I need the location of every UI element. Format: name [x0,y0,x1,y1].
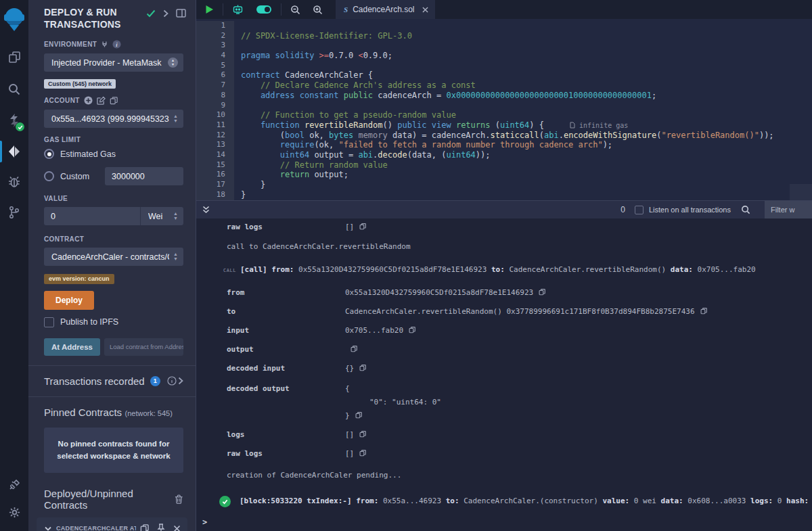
editor-scrollbar[interactable] [790,184,812,200]
zoom-out-icon[interactable] [284,0,307,19]
terminal-row: logs[] [196,425,812,444]
copy-account-icon[interactable] [110,96,118,105]
at-address-button[interactable]: At Address [44,338,100,356]
code-line: function revertibleRandom() public view … [234,120,812,131]
terminal-filter-input[interactable]: Filter w [765,201,812,219]
custom-gas-input[interactable]: 3000000 [105,167,183,185]
pin-contract-icon[interactable] [157,524,165,531]
line-number: 4 [196,51,234,61]
line-number: 3 [196,41,234,51]
estimated-gas-radio[interactable] [44,149,54,159]
publish-ipfs-label: Publish to IPFS [60,317,118,327]
code-line: contract CadenceArchCaler { [234,70,812,80]
code-line: // Declare Cadence Arch's address as a c… [234,80,812,91]
ai-copilot-toggle[interactable] [250,0,278,19]
copy-icon[interactable] [359,223,366,230]
at-address-input[interactable]: Load contract from Addres [104,338,183,356]
plugin-manager-icon[interactable] [0,471,28,499]
line-number: 14 [196,150,234,160]
listen-all-transactions-checkbox[interactable] [635,206,644,214]
copy-icon[interactable] [700,307,707,315]
terminal-key: logs [227,425,345,444]
value-unit-select[interactable]: Wei ▲▼ [140,207,183,225]
deployed-contract-title: CADENCEARCHCALER AT 0X [56,525,136,531]
custom-gas-radio[interactable] [44,171,54,181]
close-tab-icon[interactable] [422,7,428,13]
line-number: 17 [196,180,234,190]
git-icon[interactable] [0,199,28,226]
line-number: 16 [196,170,234,180]
transactions-recorded-label: Transactions recorded [44,375,145,387]
value-input[interactable]: 0 [44,207,140,225]
copy-icon[interactable] [355,411,362,419]
main-area: S CadenceArch.sol 1234567891011121314151… [196,0,812,531]
contract-select[interactable]: CadenceArchCaler - contracts/Cac ▲▼ [44,248,183,266]
transactions-expand-icon[interactable] [178,377,183,385]
active-plugin-indicator [0,141,2,162]
publish-ipfs-checkbox[interactable] [44,317,54,327]
tab-cadencearch-sol[interactable]: S CadenceArch.sol [336,0,435,19]
terminal-row: from0x55a1320D432759960C5Df0215a8dF78e1E… [196,283,812,302]
copy-icon[interactable] [359,364,366,371]
remix-logo-icon[interactable] [0,3,28,35]
line-number: 9 [196,101,234,111]
deploy-run-panel: DEPLOY & RUN TRANSACTIONS ENVIRONMENT i … [28,0,196,531]
terminal-key: input [227,321,345,340]
terminal-prompt[interactable]: > [202,517,207,527]
terminal-search-icon[interactable] [735,200,757,219]
clear-deployed-trash-icon[interactable] [175,494,183,504]
add-account-icon[interactable] [84,96,93,105]
line-number: 2 [196,31,234,41]
line-number: 10 [196,110,234,120]
pinned-empty-message: No pinned contracts found for selected w… [44,428,183,474]
environment-label: ENVIRONMENT i [44,40,183,49]
card-collapse-chevron-icon[interactable] [45,526,51,531]
edit-account-icon[interactable] [97,96,106,105]
deploy-and-run-icon[interactable] [0,138,28,165]
plug-icon[interactable] [101,41,108,48]
terminal-row: toCadenceArchCaler.revertibleRandom() 0x… [196,302,812,321]
transactions-info-icon[interactable] [167,376,177,386]
terminal-key: raw logs [227,218,345,236]
search-icon[interactable] [0,76,28,103]
pinned-contracts-network: (network: 545) [125,409,173,417]
infinite-gas-note: infinite gas [570,122,628,129]
line-number: 1 [196,21,234,31]
expand-terminal-chevrons-icon[interactable] [196,200,216,219]
terminal-row: input0x705...fab20 [196,321,812,340]
line-number: 12 [196,131,234,141]
terminal-row: call[call] from: 0x55a1320D432759960C5Df… [196,262,812,278]
remix-ai-robot-icon[interactable] [226,0,250,19]
environment-select[interactable]: Injected Provider - MetaMask ▴▾ [44,53,183,72]
terminal-key: to [227,302,345,321]
collapse-chevron-icon[interactable] [163,9,168,18]
code-line: pragma solidity >=0.7.0 <0.9.0; [234,51,812,61]
terminal-value: [] [345,430,354,439]
line-number: 18 [196,190,234,200]
code-editor[interactable]: 123456789101112131415161718 // SPDX-Lice… [196,19,812,200]
copy-icon[interactable] [359,449,366,457]
settings-gear-icon[interactable] [0,499,28,526]
terminal-value: [] [345,223,354,231]
file-explorer-icon[interactable] [0,43,28,70]
solidity-compiler-icon[interactable] [0,107,28,134]
environment-info-icon[interactable]: i [112,40,121,49]
copy-icon[interactable] [351,345,357,352]
copy-address-icon[interactable] [140,524,149,531]
run-script-play-icon[interactable] [199,0,220,19]
copy-icon[interactable] [409,326,415,333]
transaction-success-icon[interactable] [219,496,231,507]
remove-contract-icon[interactable] [173,525,181,531]
panel-check-icon [146,9,156,18]
terminal-output[interactable]: raw logs[]call to CadenceArchCaler.rever… [196,218,812,531]
icon-bar-bottom [0,471,28,526]
zoom-in-icon[interactable] [307,0,329,19]
copy-icon[interactable] [539,288,545,296]
account-select[interactable]: 0x55a...46923 (999.9999453238 ▲▼ [44,110,183,128]
copy-icon[interactable] [359,430,366,438]
debugger-icon[interactable] [0,168,28,195]
pin-panel-icon[interactable] [176,9,186,18]
terminal-row: raw logs[] [196,444,812,463]
vertical-icon-bar [0,0,28,531]
deploy-button[interactable]: Deploy [44,291,94,310]
